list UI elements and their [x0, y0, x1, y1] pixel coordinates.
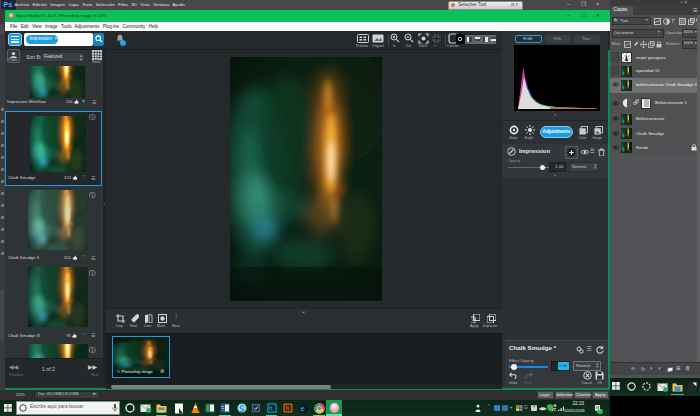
svg-text:N: N	[285, 406, 288, 411]
svg-text:e: e	[300, 404, 305, 413]
svg-text:h: h	[269, 405, 272, 411]
